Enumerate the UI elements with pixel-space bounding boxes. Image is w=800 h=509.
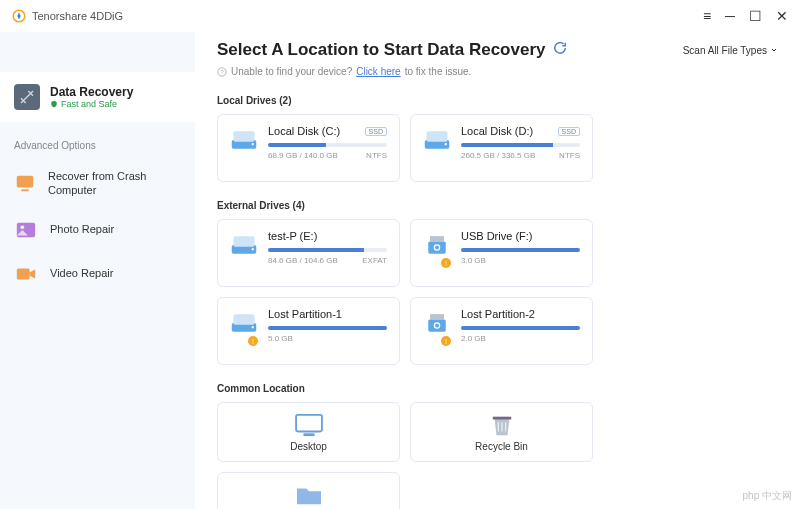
sidebar-item-data-recovery[interactable]: Data Recovery Fast and Safe xyxy=(0,72,195,122)
sidebar-item-video-repair[interactable]: Video Repair xyxy=(0,252,195,296)
recycle-bin-icon xyxy=(487,413,517,437)
drive-icon xyxy=(423,232,451,256)
svg-rect-26 xyxy=(296,414,322,431)
header-row: Select A Location to Start Data Recovery… xyxy=(217,40,778,60)
sidebar-main-title: Data Recovery xyxy=(50,85,133,99)
drive-usage: 260.5 GB / 336.5 GB xyxy=(461,151,535,160)
usage-bar xyxy=(461,326,580,330)
common-location-card[interactable]: Select Folder xyxy=(217,472,400,509)
photo-repair-icon xyxy=(14,218,38,242)
local-drive-card[interactable]: Local Disk (D:)SSD 260.5 GB / 336.5 GBNT… xyxy=(410,114,593,182)
sidebar: Data Recovery Fast and Safe Advanced Opt… xyxy=(0,32,195,509)
warning-icon: ! xyxy=(248,336,258,346)
external-drive-card[interactable]: test-P (E:) 84.6 GB / 104.6 GBEXFAT xyxy=(217,219,400,287)
chevron-down-icon xyxy=(770,46,778,54)
page-title: Select A Location to Start Data Recovery xyxy=(217,40,545,60)
svg-point-13 xyxy=(445,143,447,145)
warning-icon: ! xyxy=(441,258,451,268)
crash-computer-icon xyxy=(14,171,36,195)
svg-rect-23 xyxy=(430,314,444,319)
sidebar-main-subtitle: Fast and Safe xyxy=(50,99,133,109)
drive-name: USB Drive (F:) xyxy=(461,230,533,242)
watermark: php 中文网 xyxy=(743,489,792,503)
usage-bar xyxy=(461,143,580,147)
drive-usage: 84.6 GB / 104.6 GB xyxy=(268,256,338,265)
sidebar-item-photo-repair[interactable]: Photo Repair xyxy=(0,208,195,252)
ssd-badge: SSD xyxy=(558,127,580,136)
location-label: Recycle Bin xyxy=(475,441,528,452)
external-drive-card[interactable]: ! USB Drive (F:) 3.0 GB xyxy=(410,219,593,287)
usage-bar xyxy=(268,143,387,147)
click-here-link[interactable]: Click here xyxy=(356,66,400,77)
main-content: Select A Location to Start Data Recovery… xyxy=(195,32,800,509)
menu-icon[interactable]: ≡ xyxy=(703,9,711,23)
drive-name: Local Disk (C:) xyxy=(268,125,340,137)
svg-rect-1 xyxy=(17,176,34,188)
external-drive-card[interactable]: ! Lost Partition-1 5.0 GB xyxy=(217,297,400,365)
data-recovery-icon xyxy=(14,84,40,110)
maximize-icon[interactable]: ☐ xyxy=(749,9,762,23)
svg-rect-21 xyxy=(234,314,255,325)
local-drive-card[interactable]: Local Disk (C:)SSD 68.9 GB / 140.0 GBNTF… xyxy=(217,114,400,182)
refresh-icon[interactable] xyxy=(553,41,567,59)
svg-point-10 xyxy=(252,143,254,145)
app-brand: Tenorshare 4DDiG xyxy=(12,9,123,23)
warning-icon: ! xyxy=(441,336,451,346)
sidebar-item-label: Photo Repair xyxy=(50,222,114,236)
minimize-icon[interactable]: ─ xyxy=(725,9,735,23)
common-location-label: Common Location xyxy=(217,383,778,394)
svg-rect-5 xyxy=(17,268,30,279)
titlebar: Tenorshare 4DDiG ≡ ─ ☐ ✕ xyxy=(0,0,800,32)
svg-rect-18 xyxy=(428,241,446,253)
filesystem: NTFS xyxy=(366,151,387,160)
common-location-card[interactable]: Desktop xyxy=(217,402,400,462)
sidebar-item-recover-crash[interactable]: Recover from Crash Computer xyxy=(0,159,195,208)
svg-rect-24 xyxy=(428,319,446,331)
usage-bar xyxy=(461,248,580,252)
svg-point-22 xyxy=(252,326,254,328)
external-drive-card[interactable]: ! Lost Partition-2 2.0 GB xyxy=(410,297,593,365)
drive-name: Lost Partition-2 xyxy=(461,308,535,320)
device-hint: ? Unable to find your device? Click here… xyxy=(217,66,778,77)
drive-name: Lost Partition-1 xyxy=(268,308,342,320)
shield-icon xyxy=(50,100,58,108)
question-icon: ? xyxy=(217,67,227,77)
location-label: Desktop xyxy=(290,441,327,452)
app-name: Tenorshare 4DDiG xyxy=(32,10,123,22)
svg-rect-27 xyxy=(303,433,314,436)
svg-rect-17 xyxy=(430,236,444,241)
drive-icon xyxy=(423,127,451,151)
drive-usage: 3.0 GB xyxy=(461,256,486,265)
close-icon[interactable]: ✕ xyxy=(776,9,788,23)
svg-rect-12 xyxy=(427,131,448,142)
video-repair-icon xyxy=(14,262,38,286)
advanced-options-label: Advanced Options xyxy=(0,122,195,159)
drive-usage: 68.9 GB / 140.0 GB xyxy=(268,151,338,160)
drive-icon xyxy=(230,310,258,334)
drive-usage: 2.0 GB xyxy=(461,334,486,343)
desktop-icon xyxy=(294,413,324,437)
svg-rect-9 xyxy=(234,131,255,142)
svg-rect-2 xyxy=(21,190,28,192)
drive-name: Local Disk (D:) xyxy=(461,125,533,137)
select-folder-icon xyxy=(294,483,324,507)
drive-usage: 5.0 GB xyxy=(268,334,293,343)
svg-text:?: ? xyxy=(220,69,224,75)
drive-name: test-P (E:) xyxy=(268,230,317,242)
usage-bar xyxy=(268,248,387,252)
svg-rect-28 xyxy=(492,416,510,419)
svg-point-16 xyxy=(252,248,254,250)
svg-point-4 xyxy=(21,225,25,229)
drive-icon xyxy=(230,232,258,256)
window-controls: ≡ ─ ☐ ✕ xyxy=(703,9,788,23)
local-drives-label: Local Drives (2) xyxy=(217,95,778,106)
sidebar-item-label: Video Repair xyxy=(50,266,113,280)
filesystem: NTFS xyxy=(559,151,580,160)
drive-icon xyxy=(423,310,451,334)
drive-icon xyxy=(230,127,258,151)
common-location-card[interactable]: Recycle Bin xyxy=(410,402,593,462)
app-logo-icon xyxy=(12,9,26,23)
scan-all-file-types[interactable]: Scan All File Types xyxy=(683,45,778,56)
sidebar-item-label: Recover from Crash Computer xyxy=(48,169,181,198)
svg-rect-15 xyxy=(234,236,255,247)
